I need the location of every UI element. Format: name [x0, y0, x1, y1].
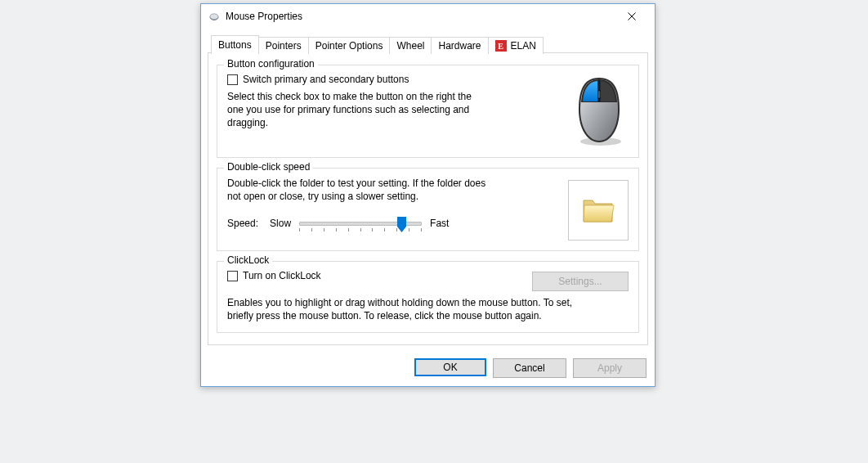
- speed-slider[interactable]: [299, 222, 422, 226]
- tab-wheel[interactable]: Wheel: [389, 37, 432, 54]
- double-click-speed-group: Double-click speed Double-click the fold…: [217, 168, 639, 251]
- folder-test-area[interactable]: [568, 180, 629, 240]
- group-title: ClickLock: [224, 254, 272, 266]
- tab-buttons[interactable]: Buttons: [211, 35, 259, 54]
- button-configuration-group: Button configuration Switch primary and …: [217, 65, 639, 158]
- slow-label: Slow: [270, 218, 291, 229]
- tab-panel: Button configuration Switch primary and …: [208, 52, 648, 345]
- checkbox-box: [227, 74, 238, 85]
- checkbox-box: [227, 271, 238, 281]
- slider-thumb[interactable]: [397, 217, 406, 232]
- mouse-illustration: [570, 74, 629, 147]
- elan-icon: E: [495, 40, 507, 52]
- group-title: Button configuration: [224, 58, 318, 70]
- tab-elan[interactable]: E ELAN: [488, 37, 544, 54]
- clicklock-settings-button: Settings...: [532, 272, 629, 291]
- folder-icon: [581, 196, 615, 225]
- fast-label: Fast: [430, 218, 449, 229]
- tab-label: Pointers: [266, 40, 302, 52]
- clicklock-checkbox[interactable]: Turn on ClickLock: [227, 270, 532, 281]
- tab-label: Buttons: [218, 39, 252, 51]
- button-label: Apply: [597, 362, 622, 374]
- clicklock-description: Enables you to highlight or drag without…: [227, 296, 587, 322]
- mouse-icon: [208, 10, 221, 23]
- checkbox-label: Switch primary and secondary buttons: [243, 74, 409, 85]
- svg-point-1: [210, 14, 218, 20]
- apply-button: Apply: [573, 358, 647, 378]
- button-label: Settings...: [558, 276, 602, 287]
- tab-strip: Buttons Pointers Pointer Options Wheel H…: [211, 34, 648, 53]
- svg-rect-7: [598, 91, 601, 98]
- switch-buttons-checkbox[interactable]: Switch primary and secondary buttons: [227, 74, 553, 85]
- cancel-button[interactable]: Cancel: [493, 358, 566, 378]
- checkbox-label: Turn on ClickLock: [243, 270, 321, 281]
- tab-label: Wheel: [396, 40, 424, 52]
- tab-pointers[interactable]: Pointers: [258, 37, 309, 54]
- button-label: OK: [443, 362, 457, 373]
- clicklock-group: ClickLock Turn on ClickLock Settings...: [217, 261, 639, 333]
- ok-button[interactable]: OK: [414, 358, 486, 376]
- speed-label: Speed:: [227, 218, 258, 229]
- tab-label: Pointer Options: [315, 40, 383, 52]
- button-config-description: Select this check box to make the button…: [227, 90, 489, 130]
- tab-label: ELAN: [511, 40, 536, 52]
- button-label: Cancel: [514, 362, 544, 374]
- titlebar: Mouse Properties: [201, 4, 655, 29]
- close-button[interactable]: [615, 5, 648, 28]
- group-title: Double-click speed: [224, 161, 313, 173]
- dialog-button-row: OK Cancel Apply: [201, 352, 655, 386]
- double-click-description: Double-click the folder to test your set…: [227, 177, 497, 203]
- tab-pointer-options[interactable]: Pointer Options: [308, 37, 391, 54]
- content-area: Buttons Pointers Pointer Options Wheel H…: [201, 29, 655, 352]
- mouse-properties-dialog: Mouse Properties Buttons Pointers Pointe…: [200, 3, 655, 387]
- tab-label: Hardware: [438, 40, 481, 52]
- tab-hardware[interactable]: Hardware: [431, 37, 488, 54]
- speed-slider-row: Speed: Slow: [227, 218, 552, 229]
- window-title: Mouse Properties: [226, 11, 615, 22]
